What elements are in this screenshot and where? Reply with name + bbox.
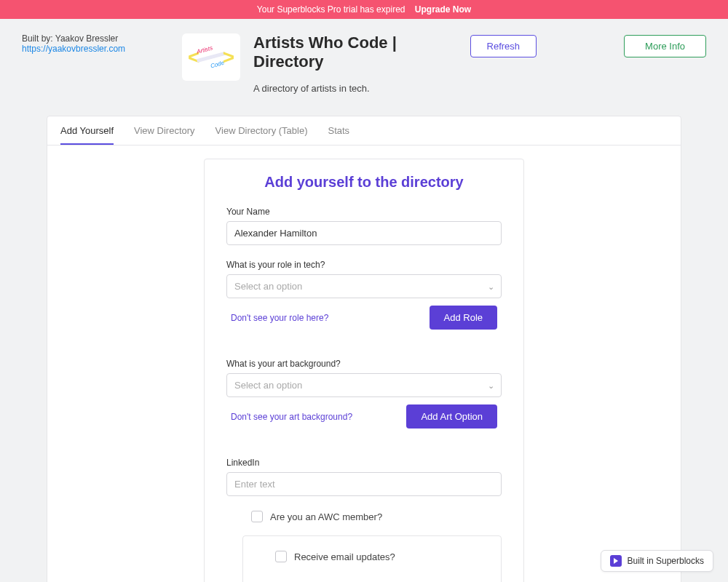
title-block: Artists Who Code | Directory A directory… [253,33,470,94]
page-subtitle: A directory of artists in tech. [253,83,470,94]
art-missing-link[interactable]: Don't see your art background? [231,412,352,422]
main-card: Add Yourself View Directory View Directo… [47,116,681,582]
trial-expired-banner: Your Superblocks Pro trial has expired U… [0,0,728,19]
superblocks-icon [610,555,622,567]
refresh-button[interactable]: Refresh [470,35,537,57]
email-updates-checkbox[interactable] [275,551,287,562]
form-group-role: What is your role in tech? Select an opt… [226,260,502,330]
role-missing-link[interactable]: Don't see your role here? [231,313,328,323]
name-label: Your Name [226,207,502,217]
email-updates-label: Receive email updates? [294,551,395,562]
built-by-link[interactable]: https://yaakovbressler.com [22,44,125,54]
banner-text: Your Superblocks Pro trial has expired [257,4,405,15]
linkedin-input[interactable] [226,472,502,496]
app-logo: < Artists Code > [182,33,240,81]
form-panel: Add yourself to the directory Your Name … [204,159,524,582]
superblocks-badge[interactable]: Built in Superblocks [601,550,713,572]
art-select[interactable]: Select an option [226,373,502,397]
name-input[interactable] [226,221,502,245]
email-updates-row: Receive email updates? [242,535,502,582]
tab-bar: Add Yourself View Directory View Directo… [47,116,681,146]
more-info-button[interactable]: More Info [624,35,706,57]
header-area: Built by: Yaakov Bressler https://yaakov… [0,19,728,101]
upgrade-now-link[interactable]: Upgrade Now [415,4,471,15]
add-role-button[interactable]: Add Role [430,306,497,330]
superblocks-badge-text: Built in Superblocks [628,556,704,566]
tab-view-directory-table[interactable]: View Directory (Table) [215,116,308,145]
tab-add-yourself[interactable]: Add Yourself [60,116,114,145]
built-by-block: Built by: Yaakov Bressler https://yaakov… [22,33,182,54]
page-title: Artists Who Code | Directory [253,33,470,71]
form-title: Add yourself to the directory [226,174,502,191]
art-label: What is your art background? [226,359,502,369]
tab-view-directory[interactable]: View Directory [134,116,195,145]
form-group-name: Your Name [226,207,502,245]
role-select[interactable]: Select an option [226,274,502,298]
awc-member-label: Are you an AWC member? [270,511,382,522]
awc-member-row: Are you an AWC member? [226,511,502,522]
built-by-label: Built by: Yaakov Bressler [22,33,182,44]
tab-stats[interactable]: Stats [328,116,350,145]
add-art-option-button[interactable]: Add Art Option [406,404,497,428]
awc-member-checkbox[interactable] [251,511,263,522]
role-label: What is your role in tech? [226,260,502,270]
linkedin-label: LinkedIn [226,458,502,468]
form-group-art: What is your art background? Select an o… [226,359,502,428]
form-group-linkedin: LinkedIn [226,458,502,496]
